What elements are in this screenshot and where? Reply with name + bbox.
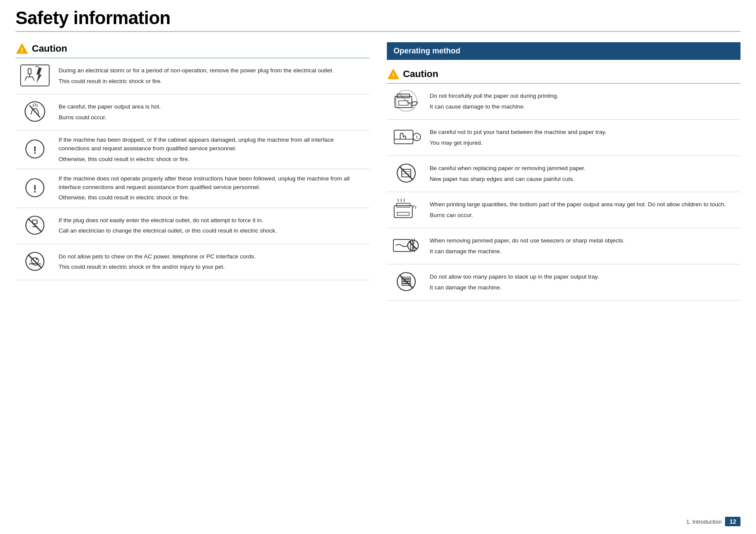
operating-method-title: Operating method xyxy=(394,47,460,55)
text-cell: If the plug does not easily enter the el… xyxy=(54,208,370,244)
no-stack-icon xyxy=(391,270,421,294)
svg-line-10 xyxy=(30,106,40,118)
svg-rect-53 xyxy=(401,279,411,281)
text-cell: Do not allow pets to chew on the AC powe… xyxy=(54,244,370,280)
icon-cell: ! xyxy=(16,130,54,169)
page-number: 12 xyxy=(725,517,740,526)
icon-cell: ! xyxy=(387,120,426,156)
right-caution-title: Caution xyxy=(403,68,439,80)
text-cell: Do not allow too many papers to stack up… xyxy=(426,264,741,301)
caution-triangle-icon: ! xyxy=(16,42,28,55)
icon-cell xyxy=(387,264,426,301)
table-row: If the plug does not easily enter the el… xyxy=(16,208,370,244)
page-title: Safety information xyxy=(16,8,740,28)
table-row: Be careful when replacing paper or remov… xyxy=(387,156,741,192)
left-column: ! Caution xyxy=(16,42,370,280)
table-row: During an electrical storm or for a peri… xyxy=(16,58,370,94)
left-safety-table: During an electrical storm or for a peri… xyxy=(16,58,370,280)
right-column: Operating method ! Caution xyxy=(387,42,741,301)
electrical-storm-icon xyxy=(20,63,50,87)
svg-marker-8 xyxy=(37,68,42,83)
right-caution-header: ! Caution xyxy=(387,68,741,81)
svg-rect-2 xyxy=(21,65,50,86)
icon-cell xyxy=(387,156,426,192)
icon-cell: ! xyxy=(16,169,54,208)
icon-cell xyxy=(387,228,426,264)
page-footer: 1. Introduction 12 xyxy=(686,517,740,526)
icon-cell xyxy=(387,192,426,228)
text-cell: If the machine does not operate properly… xyxy=(54,169,370,208)
table-row: When printing large quantities, the bott… xyxy=(387,192,741,228)
svg-line-21 xyxy=(28,255,42,268)
no-force-plug-icon xyxy=(20,213,50,237)
svg-rect-42 xyxy=(394,205,412,217)
no-pull-paper-icon xyxy=(391,89,421,113)
icon-cell xyxy=(16,208,54,244)
text-cell: Be careful when replacing paper or remov… xyxy=(426,156,741,192)
text-cell: Do not forcefully pull the paper out dur… xyxy=(426,84,741,120)
title-divider xyxy=(16,31,740,32)
text-cell: When printing large quantities, the bott… xyxy=(426,192,741,228)
icon-cell xyxy=(16,244,54,280)
right-safety-table: Do not forcefully pull the paper out dur… xyxy=(387,84,741,301)
footer-text: 1. Introduction xyxy=(686,518,722,525)
table-row: When removing jammed paper, do not use t… xyxy=(387,228,741,264)
no-tweezers-icon xyxy=(391,233,421,258)
table-row: ! If the machine does not operate proper… xyxy=(16,169,370,208)
table-row: Do not allow pets to chew on the AC powe… xyxy=(16,244,370,280)
svg-line-6 xyxy=(25,77,27,81)
hot-output-icon xyxy=(20,99,50,124)
svg-text:!: ! xyxy=(21,46,23,53)
hand-between-machine-icon: ! xyxy=(391,125,421,149)
svg-text:!: ! xyxy=(416,135,417,140)
table-row: ! If the machine has been dropped, or if… xyxy=(16,130,370,169)
text-cell: If the machine has been dropped, or if t… xyxy=(54,130,370,169)
exclamation-icon-1: ! xyxy=(20,137,50,161)
svg-text:!: ! xyxy=(33,144,37,155)
svg-text:!: ! xyxy=(33,183,37,194)
text-cell: When removing jammed paper, do not use t… xyxy=(426,228,741,264)
svg-rect-44 xyxy=(397,212,409,215)
exclamation-icon-2: ! xyxy=(20,176,50,200)
sharp-paper-icon xyxy=(391,161,421,185)
text-cell: Be careful, the paper output area is hot… xyxy=(54,94,370,130)
icon-cell xyxy=(16,58,54,94)
svg-line-7 xyxy=(33,77,34,81)
icon-cell xyxy=(387,84,426,120)
svg-text:!: ! xyxy=(392,71,394,79)
text-cell: During an electrical storm or for a peri… xyxy=(54,58,370,94)
table-row: Do not forcefully pull the paper out dur… xyxy=(387,84,741,120)
table-row: Do not allow too many papers to stack up… xyxy=(387,264,741,301)
left-caution-title: Caution xyxy=(32,43,67,54)
svg-point-24 xyxy=(36,258,38,260)
icon-cell xyxy=(16,94,54,130)
table-row: Be careful, the paper output area is hot… xyxy=(16,94,370,130)
caution-triangle-icon-right: ! xyxy=(387,68,400,81)
left-caution-header: ! Caution xyxy=(16,42,370,55)
no-chew-icon xyxy=(20,249,50,273)
hot-output-large-icon xyxy=(391,197,421,221)
text-cell: Be careful not to put your hand between … xyxy=(426,120,741,156)
two-column-layout: ! Caution xyxy=(16,42,740,301)
table-row: ! Be careful not to put your hand betwee… xyxy=(387,120,741,156)
svg-point-23 xyxy=(32,258,34,260)
svg-rect-3 xyxy=(28,68,31,74)
operating-method-header: Operating method xyxy=(387,42,741,60)
